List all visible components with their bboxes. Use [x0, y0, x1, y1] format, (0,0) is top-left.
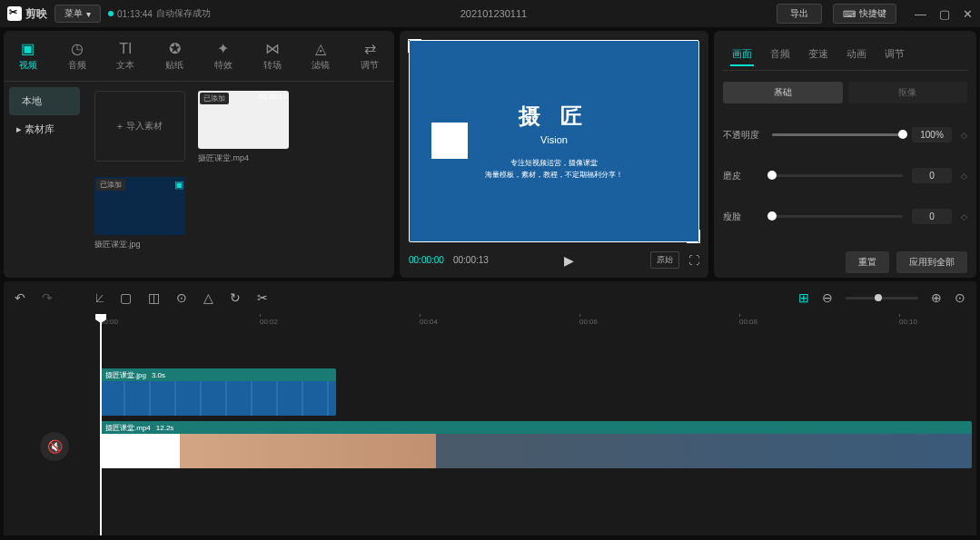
timeline-body[interactable]: 00:00 00:02 00:04 00:06 00:08 00:10 🔇 摄匠… [4, 314, 976, 535]
opacity-value[interactable]: 100% [912, 127, 952, 142]
preview-panel: 摄 匠 Vision 专注短视频运营，摄像课堂海量模板，素材，教程，不定期福利分… [400, 31, 708, 278]
properties-tabs: 画面 音频 变速 动画 调节 [723, 40, 967, 71]
tab-video[interactable]: ▣视频 [4, 31, 53, 81]
tab-effect[interactable]: ✦特效 [199, 31, 248, 81]
preview-subtitle: Vision [540, 134, 568, 145]
current-time: 00:00:00 [409, 255, 444, 265]
project-title: 202101230111 [218, 8, 769, 19]
app-name: 剪映 [25, 6, 47, 22]
menu-button[interactable]: 菜单▾ [54, 5, 101, 23]
preview-controls: 00:00:00 00:00:13 ▶ 原始 ⛶ [409, 242, 699, 269]
play-button[interactable]: ▶ [564, 253, 574, 268]
ptab-picture[interactable]: 画面 [730, 44, 754, 66]
ratio-button[interactable]: 原始 [650, 251, 679, 269]
plus-icon: + [117, 122, 123, 132]
status-dot-icon [108, 11, 114, 16]
preview-title-text: 摄 匠 [519, 102, 590, 131]
redo-button[interactable]: ↷ [42, 290, 53, 305]
video-icon: ▣ [21, 40, 35, 57]
skin-row: 磨皮 0 ◇ [723, 168, 967, 183]
mute-track-button[interactable]: 🔇 [40, 432, 69, 461]
tab-adjust[interactable]: ⇄调节 [345, 31, 394, 81]
face-row: 瘦脸 0 ◇ [723, 209, 967, 224]
preview-viewport[interactable]: 摄 匠 Vision 专注短视频运营，摄像课堂海量模板，素材，教程，不定期福利分… [409, 40, 699, 242]
subtab-basic[interactable]: 基础 [723, 82, 843, 103]
face-value[interactable]: 0 [912, 209, 952, 224]
timeline-clip-image[interactable]: 摄匠课堂.jpg3.0s [100, 368, 336, 416]
app-logo: 剪映 [7, 6, 47, 22]
effect-icon: ✦ [217, 40, 229, 57]
media-panel: ▣视频 ◷音频 TI文本 ✪贴纸 ✦特效 ⋈转场 ◬滤镜 ⇄调节 本地 ▸ 素材… [4, 31, 394, 278]
ptab-audio[interactable]: 音频 [768, 44, 792, 66]
filter-icon: ◬ [315, 40, 326, 57]
split-button[interactable]: ⟀ [96, 290, 104, 305]
face-slider[interactable] [772, 215, 903, 218]
timeline-toolbar: ↶ ↷ ⟀ ▢ ◫ ⊙ △ ↻ ✂ ⊞ ⊖ ⊕ ⊙ [4, 281, 976, 314]
zoom-slider[interactable] [846, 297, 918, 299]
crop-button[interactable]: ◫ [148, 290, 160, 305]
opacity-stepper[interactable]: ◇ [961, 131, 967, 140]
delete-button[interactable]: ▢ [120, 290, 132, 305]
text-icon: TI [119, 41, 132, 57]
close-button[interactable]: ✕ [963, 7, 973, 21]
ptab-speed[interactable]: 变速 [807, 44, 830, 66]
qr-code-icon [431, 123, 468, 159]
timeline: ↶ ↷ ⟀ ▢ ◫ ⊙ △ ↻ ✂ ⊞ ⊖ ⊕ ⊙ 00:00 00:02 00… [4, 281, 976, 535]
tab-text[interactable]: TI文本 [102, 31, 151, 81]
mirror-button[interactable]: △ [203, 290, 213, 305]
audio-icon: ◷ [71, 40, 84, 57]
opacity-slider[interactable] [772, 133, 903, 136]
adjust-icon: ⇄ [364, 40, 376, 57]
subtab-cutout[interactable]: 抠像 [848, 82, 968, 103]
skin-value[interactable]: 0 [912, 168, 952, 183]
shortcut-button[interactable]: ⌨快捷键 [833, 4, 896, 24]
zoom-out-button[interactable]: ⊖ [822, 290, 833, 305]
tab-audio[interactable]: ◷音频 [53, 31, 102, 81]
zoom-in-button[interactable]: ⊕ [931, 290, 942, 305]
import-button[interactable]: +导入素材 [94, 91, 185, 162]
keyboard-icon: ⌨ [843, 9, 856, 19]
sticker-icon: ✪ [169, 40, 181, 57]
total-time: 00:00:13 [453, 255, 489, 265]
apply-all-button[interactable]: 应用到全部 [896, 251, 967, 273]
sidebar-library[interactable]: ▸ 素材库 [4, 115, 85, 143]
sidebar-local[interactable]: 本地 [9, 87, 80, 115]
playhead[interactable] [100, 316, 102, 535]
chevron-down-icon: ▾ [86, 9, 91, 19]
rotate-button[interactable]: ↻ [230, 290, 241, 305]
tab-filter[interactable]: ◬滤镜 [297, 31, 346, 81]
skin-slider[interactable] [772, 174, 903, 177]
autosave-status: 01:13:44 自动保存成功 [108, 7, 211, 20]
face-stepper[interactable]: ◇ [961, 212, 967, 221]
properties-panel: 画面 音频 变速 动画 调节 基础 抠像 不透明度 100% ◇ 磨皮 0 ◇ … [714, 31, 976, 278]
timeline-ruler[interactable]: 00:00 00:02 00:04 00:06 00:08 00:10 [100, 314, 976, 332]
speed-button[interactable]: ⊙ [176, 290, 187, 305]
magnet-button[interactable]: ⊞ [798, 290, 809, 305]
media-thumb-video[interactable]: 已添加00:00:13 摄匠课堂.mp4 [198, 91, 289, 164]
reset-button[interactable]: 重置 [846, 251, 889, 273]
ptab-anim[interactable]: 动画 [845, 44, 868, 66]
media-grid: +导入素材 已添加00:00:13 摄匠课堂.mp4 已添加▣ 摄匠课堂.jpg [85, 82, 394, 278]
preview-caption: 专注短视频运营，摄像课堂海量模板，素材，教程，不定期福利分享！ [485, 158, 623, 182]
minimize-button[interactable]: — [915, 7, 926, 21]
tab-sticker[interactable]: ✪贴纸 [150, 31, 199, 81]
title-bar: 剪映 菜单▾ 01:13:44 自动保存成功 202101230111 导出 ⌨… [0, 0, 980, 27]
maximize-button[interactable]: ▢ [939, 7, 950, 21]
opacity-row: 不透明度 100% ◇ [723, 127, 967, 142]
media-sidebar: 本地 ▸ 素材库 [4, 82, 85, 278]
undo-button[interactable]: ↶ [15, 290, 25, 305]
zoom-fit-button[interactable]: ⊙ [955, 290, 965, 305]
logo-icon [7, 6, 22, 21]
check-icon: ▣ [174, 179, 183, 191]
ptab-adjust[interactable]: 调节 [883, 44, 906, 66]
media-tabs: ▣视频 ◷音频 TI文本 ✪贴纸 ✦特效 ⋈转场 ◬滤镜 ⇄调节 [4, 31, 394, 82]
transition-icon: ⋈ [265, 40, 280, 57]
fullscreen-button[interactable]: ⛶ [688, 254, 699, 267]
export-button[interactable]: 导出 [777, 4, 822, 24]
skin-stepper[interactable]: ◇ [961, 172, 967, 181]
media-thumb-image[interactable]: 已添加▣ 摄匠课堂.jpg [94, 177, 185, 250]
trim-button[interactable]: ✂ [257, 290, 268, 305]
timeline-clip-video[interactable]: 摄匠课堂.mp412.2s [100, 421, 972, 468]
tab-transition[interactable]: ⋈转场 [248, 31, 297, 81]
